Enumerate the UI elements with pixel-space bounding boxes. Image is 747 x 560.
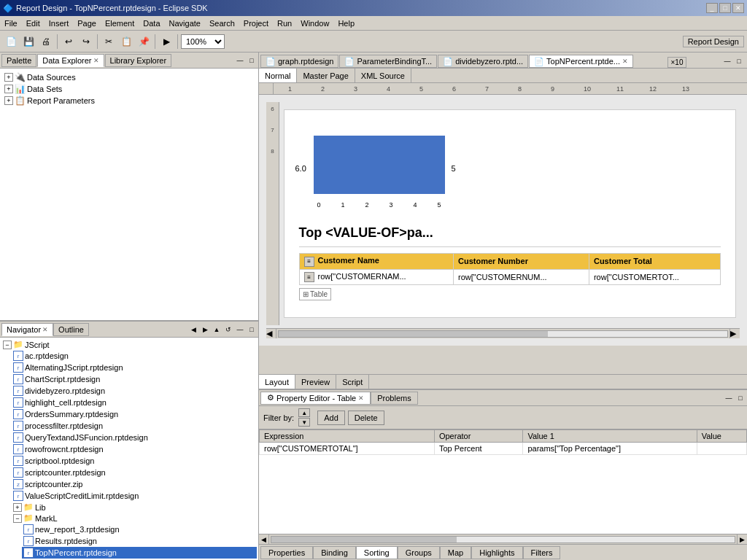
nav-file-ac[interactable]: rac.rptdesign — [12, 350, 257, 362]
doc-tab-topn[interactable]: 📄 TopNPercent.rptde... ✕ — [529, 55, 633, 68]
close-button[interactable]: ✕ — [732, 3, 744, 13]
panel-minimize-button[interactable]: — — [235, 55, 245, 66]
nav-back-button[interactable]: ◀ — [188, 324, 198, 335]
nav-maximize-button[interactable]: □ — [247, 324, 257, 335]
expand-data-sources[interactable]: + — [4, 73, 13, 82]
nav-forward-button[interactable]: ▶ — [200, 324, 210, 335]
nav-topnpercent[interactable]: rTopNPercent.rptdesign — [22, 547, 257, 559]
expand-report-params[interactable]: + — [4, 96, 13, 105]
toolbar-tab-highlights[interactable]: Highlights — [471, 546, 522, 559]
nav-file-scriptbool[interactable]: rscriptbool.rptdesign — [12, 455, 257, 467]
prop-scroll-left[interactable]: ◀ — [259, 534, 269, 544]
cut-button[interactable]: ✂ — [101, 34, 117, 50]
undo-button[interactable]: ↩ — [61, 34, 77, 50]
view-tab-xml[interactable]: XML Source — [355, 69, 411, 82]
nav-new-report[interactable]: rnew_report_3.rptdesign — [22, 524, 257, 535]
menu-data[interactable]: Data — [139, 18, 164, 29]
nav-markl-folder[interactable]: − 📁 MarkL — [12, 513, 257, 524]
nav-minimize-button[interactable]: — — [235, 324, 245, 335]
nav-file-dividebyzero[interactable]: rdividebyzero.rptdesign — [12, 385, 257, 397]
toolbar-tab-sorting[interactable]: Sorting — [356, 546, 398, 559]
menu-element[interactable]: Element — [101, 18, 139, 29]
nav-file-alternating[interactable]: rAlternatingJScript.rptdesign — [12, 362, 257, 373]
nav-refresh-button[interactable]: ↺ — [223, 324, 233, 335]
prop-h-scroll[interactable]: ◀ ▶ — [259, 534, 747, 544]
filter-up-button[interactable]: ▲ — [298, 408, 310, 417]
doc-tab-minimize[interactable]: — — [722, 56, 732, 66]
nav-file-orders[interactable]: rOrdersSummary.rptdesign — [12, 408, 257, 420]
filter-down-button[interactable]: ▼ — [298, 418, 310, 427]
menu-run[interactable]: Run — [273, 18, 296, 29]
bottom-minimize-button[interactable]: — — [724, 393, 734, 403]
tree-report-parameters[interactable]: + 📋 Report Parameters — [3, 95, 255, 106]
minimize-button[interactable]: _ — [706, 3, 718, 13]
doc-tab-maximize[interactable]: □ — [734, 56, 744, 66]
prop-scroll-right[interactable]: ▶ — [737, 534, 747, 544]
toolbar-tab-properties[interactable]: Properties — [260, 546, 313, 559]
menu-help[interactable]: Help — [333, 18, 359, 29]
redo-button[interactable]: ↪ — [78, 34, 94, 50]
bottom-maximize-button[interactable]: □ — [735, 393, 746, 403]
nav-file-scriptcounter[interactable]: rscriptcounter.rptdesign — [12, 467, 257, 478]
tree-data-sources[interactable]: + 🔌 Data Sources — [3, 71, 255, 83]
navigator-close[interactable]: ✕ — [42, 326, 48, 333]
expand-lib[interactable]: + — [13, 503, 22, 512]
data-explorer-close[interactable]: ✕ — [93, 57, 99, 64]
nav-file-process[interactable]: rprocessfilter.rptdesign — [12, 420, 257, 432]
menu-file[interactable]: File — [0, 18, 22, 29]
print-button[interactable]: 🖨 — [38, 34, 54, 50]
bottom-tab-problems[interactable]: Problems — [371, 392, 417, 405]
maximize-button[interactable]: □ — [719, 3, 731, 13]
expand-data-sets[interactable]: + — [4, 85, 13, 93]
run-button[interactable]: ▶ — [158, 34, 174, 50]
menu-window[interactable]: Window — [296, 18, 333, 29]
tab-outline[interactable]: Outline — [53, 323, 89, 336]
nav-file-scriptcounterzip[interactable]: zscriptcounter.zip — [12, 478, 257, 490]
nav-file-highlight[interactable]: rhighlight_cell.rptdesign — [12, 397, 257, 408]
view-tab-master[interactable]: Master Page — [297, 69, 355, 82]
layout-tab-script[interactable]: Script — [336, 375, 369, 389]
menu-search[interactable]: Search — [205, 18, 239, 29]
canvas-scroll[interactable]: 1 2 3 4 5 6 7 8 9 10 11 12 13 — [259, 83, 747, 374]
nav-file-rowofrow[interactable]: rrowofrowcnt.rptdesign — [12, 443, 257, 455]
panel-maximize-button[interactable]: □ — [247, 55, 257, 66]
nav-up-button[interactable]: ▲ — [212, 324, 222, 335]
nav-file-query[interactable]: rQueryTextandJSFuncion.rptdesign — [12, 432, 257, 443]
doc-tab-graph[interactable]: 📄 graph.rptdesign — [260, 55, 338, 68]
zoom-select[interactable]: 100% 75% 150% — [181, 34, 225, 49]
doc-tab-dividebyzero[interactable]: 📄 dividebyzero.rptd... — [438, 55, 528, 68]
view-tab-normal[interactable]: Normal — [259, 69, 297, 82]
menu-insert[interactable]: Insert — [44, 18, 74, 29]
property-editor-close[interactable]: ✕ — [358, 394, 364, 402]
bottom-tab-property-editor[interactable]: ⚙ Property Editor - Table ✕ — [260, 392, 371, 405]
menu-project[interactable]: Project — [239, 18, 273, 29]
expand-jscript[interactable]: − — [3, 341, 12, 349]
save-button[interactable]: 💾 — [20, 34, 36, 50]
nav-lib-folder[interactable]: + 📁 Lib — [12, 502, 257, 513]
menu-navigate[interactable]: Navigate — [165, 18, 205, 29]
toolbar-tab-binding[interactable]: Binding — [313, 546, 356, 559]
h-scroll-bar-canvas[interactable]: ◀ ▶ — [266, 328, 740, 338]
prop-scroll-track[interactable] — [271, 536, 735, 543]
nav-jscript-root[interactable]: − 📁 JScript — [1, 339, 257, 350]
doc-tab-parameter-binding[interactable]: 📄 ParameterBindingT... — [339, 55, 437, 68]
tree-data-sets[interactable]: + 📊 Data Sets — [3, 83, 255, 95]
nav-file-chartscript[interactable]: rChartScript.rptdesign — [12, 373, 257, 385]
nav-results[interactable]: rResults.rptdesign — [22, 535, 257, 547]
paste-button[interactable]: 📌 — [136, 34, 152, 50]
doc-tab-topn-close[interactable]: ✕ — [622, 58, 628, 65]
layout-tab-preview[interactable]: Preview — [295, 375, 336, 389]
tab-data-explorer[interactable]: Data Explorer ✕ — [37, 54, 104, 67]
layout-tab-layout[interactable]: Layout — [259, 375, 295, 389]
menu-page[interactable]: Page — [73, 18, 101, 29]
tab-library-explorer[interactable]: Library Explorer — [105, 54, 172, 67]
expand-markl[interactable]: − — [13, 514, 22, 523]
h-scroll-track[interactable] — [278, 330, 728, 338]
delete-filter-button[interactable]: Delete — [348, 411, 384, 425]
tab-palette[interactable]: Palette — [1, 54, 36, 67]
tab-navigator[interactable]: Navigator ✕ — [1, 323, 53, 336]
prop-row-1[interactable]: row["CUSTOMERTOTAL"] Top Percent params[… — [260, 443, 747, 455]
copy-button[interactable]: 📋 — [118, 34, 134, 50]
menu-edit[interactable]: Edit — [22, 18, 44, 29]
add-filter-button[interactable]: Add — [317, 411, 345, 425]
